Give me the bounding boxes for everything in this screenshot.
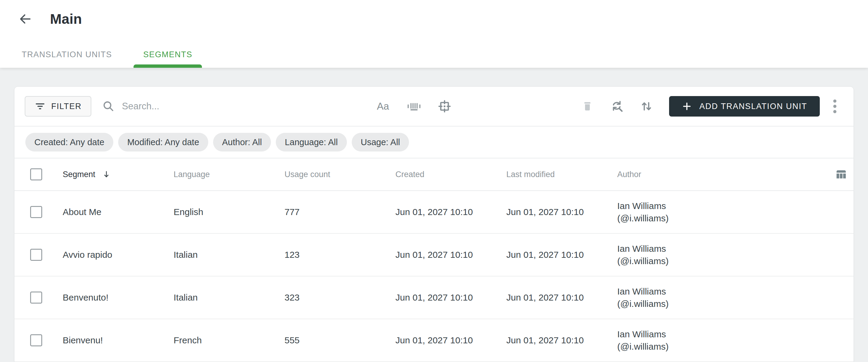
author-handle: (@i.williams) — [617, 212, 820, 224]
table-row[interactable]: Avvio rapido Italian 123 Jun 01, 2027 10… — [14, 234, 854, 276]
cell-language: Italian — [174, 292, 284, 303]
cell-usage-count: 323 — [284, 292, 396, 303]
sort-arrows-icon — [640, 100, 653, 113]
barcode-option[interactable] — [406, 98, 422, 114]
crosshair-frame-icon — [437, 99, 452, 114]
cell-segment: Bienvenu! — [63, 335, 174, 345]
tab-bar: TRANSLATION UNITS SEGMENTS — [22, 47, 202, 68]
cell-created: Jun 01, 2027 10:10 — [396, 292, 506, 303]
barcode-icon — [406, 100, 421, 113]
search-replace-icon — [610, 99, 624, 113]
column-header-language[interactable]: Language — [174, 170, 284, 179]
cell-author: Ian Williams (@i.williams) — [617, 285, 820, 310]
toolbar-actions — [581, 99, 653, 113]
row-checkbox-cell — [14, 334, 63, 346]
row-checkbox-cell — [14, 206, 63, 218]
title-row: Main — [0, 0, 868, 27]
column-label: Segment — [63, 170, 95, 179]
cell-language: English — [174, 207, 284, 217]
row-checkbox[interactable] — [30, 292, 42, 303]
column-header-created[interactable]: Created — [396, 170, 506, 179]
cell-segment: Benvenuto! — [63, 292, 174, 303]
table-row[interactable]: About Me English 777 Jun 01, 2027 10:10 … — [14, 191, 854, 234]
plus-icon — [682, 101, 692, 111]
filter-button[interactable]: FILTER — [25, 96, 91, 117]
author-handle: (@i.williams) — [617, 298, 820, 310]
row-checkbox[interactable] — [30, 249, 42, 261]
row-checkbox-cell — [14, 249, 63, 261]
cell-author: Ian Williams (@i.williams) — [617, 200, 820, 224]
arrow-left-icon — [19, 12, 32, 26]
back-button[interactable] — [18, 12, 33, 26]
chip-modified[interactable]: Modified: Any date — [118, 133, 208, 152]
cell-segment: Avvio rapido — [63, 250, 174, 260]
cell-last-modified: Jun 01, 2027 10:10 — [506, 335, 617, 345]
cell-language: Italian — [174, 250, 284, 260]
column-header-segment[interactable]: Segment — [63, 170, 174, 179]
sort-button[interactable] — [640, 99, 653, 113]
tab-segments[interactable]: SEGMENTS — [133, 50, 202, 68]
tab-active-underline — [133, 64, 202, 68]
table-columns-icon — [834, 167, 848, 181]
column-settings-button[interactable] — [834, 167, 854, 181]
kebab-menu-icon — [833, 98, 837, 114]
author-name: Ian Williams — [617, 200, 820, 212]
author-handle: (@i.williams) — [617, 340, 820, 353]
cell-author: Ian Williams (@i.williams) — [617, 328, 820, 353]
row-checkbox[interactable] — [30, 334, 42, 346]
row-checkbox-cell — [14, 292, 63, 303]
filter-lines-icon — [34, 101, 46, 112]
segments-card: FILTER Aa — [14, 87, 854, 362]
search-icon — [102, 100, 115, 112]
cell-created: Jun 01, 2027 10:10 — [396, 207, 506, 217]
page-title: Main — [50, 11, 82, 27]
row-checkbox[interactable] — [30, 206, 42, 218]
match-case-icon: Aa — [377, 101, 389, 112]
chip-usage[interactable]: Usage: All — [352, 133, 409, 152]
toolbar: FILTER Aa — [14, 87, 854, 127]
add-translation-unit-label: ADD TRANSLATION UNIT — [699, 102, 807, 111]
add-translation-unit-button[interactable]: ADD TRANSLATION UNIT — [669, 96, 820, 117]
segments-page: Main TRANSLATION UNITS SEGMENTS FILTER — [0, 0, 868, 362]
delete-button[interactable] — [581, 99, 594, 113]
table-row[interactable]: Bienvenu! French 555 Jun 01, 2027 10:10 … — [14, 319, 854, 362]
cell-usage-count: 777 — [284, 207, 396, 217]
author-handle: (@i.williams) — [617, 255, 820, 267]
tab-translation-units[interactable]: TRANSLATION UNITS — [22, 50, 121, 68]
column-header-last-modified[interactable]: Last modified — [506, 170, 617, 179]
chip-author[interactable]: Author: All — [213, 133, 271, 152]
cell-last-modified: Jun 01, 2027 10:10 — [506, 292, 617, 303]
page-header: Main TRANSLATION UNITS SEGMENTS — [0, 0, 868, 68]
search-box — [102, 100, 370, 112]
select-all-cell — [14, 168, 63, 180]
search-input[interactable] — [121, 101, 370, 112]
cell-usage-count: 555 — [284, 335, 396, 345]
sort-desc-icon — [102, 170, 111, 179]
tab-label: SEGMENTS — [143, 50, 192, 59]
search-options: Aa — [375, 98, 453, 114]
cell-created: Jun 01, 2027 10:10 — [396, 250, 506, 260]
author-name: Ian Williams — [617, 285, 820, 298]
cell-last-modified: Jun 01, 2027 10:10 — [506, 250, 617, 260]
cell-created: Jun 01, 2027 10:10 — [396, 335, 506, 345]
column-header-usage-count[interactable]: Usage count — [284, 170, 396, 179]
chip-language[interactable]: Language: All — [276, 133, 347, 152]
search-replace-button[interactable] — [610, 99, 624, 113]
cell-author: Ian Williams (@i.williams) — [617, 242, 820, 267]
trash-icon — [581, 100, 594, 113]
match-case-option[interactable]: Aa — [375, 98, 391, 114]
cell-usage-count: 123 — [284, 250, 396, 260]
crosshair-frame-option[interactable] — [437, 98, 453, 114]
cell-last-modified: Jun 01, 2027 10:10 — [506, 207, 617, 217]
chip-created[interactable]: Created: Any date — [25, 133, 113, 152]
tab-label: TRANSLATION UNITS — [22, 50, 112, 59]
more-menu-button[interactable] — [828, 98, 841, 115]
column-header-author[interactable]: Author — [617, 170, 820, 179]
table-row[interactable]: Benvenuto! Italian 323 Jun 01, 2027 10:1… — [14, 276, 854, 319]
cell-language: French — [174, 335, 284, 345]
table-header: Segment Language Usage count Created Las… — [14, 158, 854, 191]
select-all-checkbox[interactable] — [30, 168, 42, 180]
author-name: Ian Williams — [617, 242, 820, 255]
cell-segment: About Me — [63, 207, 174, 217]
author-name: Ian Williams — [617, 328, 820, 340]
